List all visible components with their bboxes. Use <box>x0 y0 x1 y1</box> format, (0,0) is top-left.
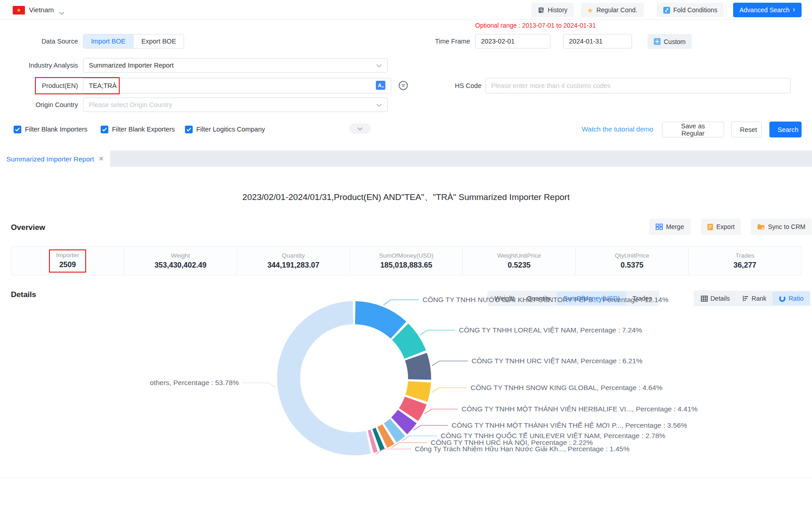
reset-button[interactable]: Reset <box>731 122 762 137</box>
chevron-down-icon <box>357 127 363 131</box>
search-button[interactable]: Search <box>769 122 802 137</box>
overview-stats-card: Importer 2509 Weight 353,430,402.49 Quan… <box>11 246 802 275</box>
donut-label: CÔNG TY TNHH SNOW KING GLOBAL, Percentag… <box>471 384 662 391</box>
report-title: 2023/02/01-2024/01/31,Product(EN) AND"TE… <box>0 191 812 203</box>
custom-range-button[interactable]: Custom <box>647 34 692 49</box>
close-icon[interactable]: ✕ <box>98 156 104 162</box>
donut-label: CÔNG TY TNHH NƯỚC GIẢI KHÁT SUNTORY PEPS… <box>423 296 668 303</box>
folder-sync-icon <box>757 224 765 230</box>
origin-country-select[interactable]: Please select Origin Country <box>83 98 388 112</box>
page: ★ Vietnam History ★ Regular Cond. Fold C… <box>0 0 812 527</box>
donut-label: Công Ty Trách Nhiệm Hữu Hạn Nước Giải Kh… <box>415 445 630 453</box>
label-leader-line <box>384 300 419 305</box>
checkbox-checked-icon[interactable] <box>101 126 108 133</box>
donut-label: others, Percentage : 53.78% <box>150 379 239 386</box>
donut-label: CÔNG TY TNHH MỘT THÀNH VIÊN THẾ HỆ MỚI P… <box>452 421 687 429</box>
ratio-chart-area: CÔNG TY TNHH NƯỚC GIẢI KHÁT SUNTORY PEPS… <box>0 280 812 477</box>
filter-blank-importers[interactable]: Filter Blank Importers <box>14 124 88 134</box>
product-en-field[interactable]: A <box>83 78 391 93</box>
time-frame-label: Time Frame <box>392 34 470 49</box>
tab-import-boe[interactable]: Import BOE <box>83 34 133 48</box>
date-start-field[interactable] <box>475 34 550 49</box>
donut-label: CÔNG TY TNHH LOREAL VIỆT NAM, Percentage… <box>459 326 642 334</box>
product-en-input[interactable] <box>89 82 376 89</box>
vietnam-flag-icon: ★ <box>13 6 25 15</box>
label-leader-line <box>432 388 467 393</box>
history-icon <box>538 7 545 14</box>
match-options-icon[interactable] <box>398 80 408 93</box>
origin-country-label: Origin Country <box>0 98 78 112</box>
advanced-search-button[interactable]: Advanced Search › <box>733 3 802 17</box>
section-divider <box>0 478 812 478</box>
export-button[interactable]: Export <box>701 219 741 235</box>
donut-label: CÔNG TY TNHH MỘT THÀNH VIÊN HERBALIFE VI… <box>462 405 698 413</box>
checkbox-checked-icon[interactable] <box>14 126 21 133</box>
stat-sumofmoney: SumOfMoney(USD) 185,018,883.65 <box>350 247 462 275</box>
svg-text:A: A <box>378 83 382 88</box>
chevron-down-icon[interactable] <box>59 9 64 17</box>
label-leader-line <box>424 409 458 414</box>
save-as-regular-button[interactable]: Save as Regular <box>662 122 724 137</box>
tutorial-demo-link[interactable]: Watch the tutorial demo <box>582 125 653 133</box>
merge-icon <box>656 224 663 230</box>
industry-analysis-select[interactable]: Summarized Importer Report <box>83 58 388 73</box>
merge-button[interactable]: Merge <box>649 219 690 235</box>
chevron-right-icon: › <box>793 6 795 13</box>
tab-summarized-importer-report[interactable]: Summarized Importer Report ✕ <box>0 151 110 167</box>
filter-logitics-company[interactable]: Filter Logitics Company <box>185 124 265 134</box>
topbar-divider <box>726 5 726 15</box>
date-end-field[interactable] <box>563 34 632 49</box>
fold-conditions-button[interactable]: Fold Conditions <box>657 3 724 17</box>
hs-code-input[interactable] <box>491 82 785 89</box>
sync-to-crm-button[interactable]: Sync to CRM <box>751 219 812 235</box>
data-source-label: Data Source <box>0 34 78 49</box>
star-icon: ★ <box>587 7 593 14</box>
label-leader-line <box>420 330 456 335</box>
tabstrip: Summarized Importer Report ✕ <box>0 151 812 167</box>
custom-icon <box>654 38 661 45</box>
topbar: ★ Vietnam History ★ Regular Cond. Fold C… <box>0 0 812 20</box>
importer-highlight-box: Importer 2509 <box>49 249 86 273</box>
stat-weight: Weight 353,430,402.49 <box>124 247 237 275</box>
overview-heading: Overview <box>11 223 45 232</box>
label-leader-line <box>243 383 276 388</box>
donut-label: CÔNG TY TNHH URC VIỆT NAM, Percentage : … <box>472 357 642 365</box>
stat-weightunitprice: WeightUnitPrice 0.5235 <box>462 247 575 275</box>
fold-icon <box>663 7 670 14</box>
donut-segment[interactable] <box>355 301 406 339</box>
regular-cond-button[interactable]: ★ Regular Cond. <box>581 3 644 17</box>
stat-trades: Trades 36,277 <box>688 247 801 275</box>
data-source-switch: Import BOE Export BOE <box>83 34 184 49</box>
industry-analysis-label: Industry Analysis <box>0 58 78 73</box>
country-selector[interactable]: Vietnam <box>29 0 54 20</box>
label-leader-line <box>432 361 468 366</box>
ratio-donut-chart: CÔNG TY TNHH NƯỚC GIẢI KHÁT SUNTORY PEPS… <box>0 280 812 477</box>
export-icon <box>707 224 713 230</box>
date-end-input[interactable] <box>569 38 654 45</box>
checkbox-checked-icon[interactable] <box>185 126 193 133</box>
label-leader-line <box>413 425 448 430</box>
stat-quantity: Quantity 344,191,283.07 <box>237 247 350 275</box>
history-button[interactable]: History <box>531 3 574 17</box>
chevron-down-icon <box>376 101 382 108</box>
product-en-label: Product(EN) <box>0 78 78 93</box>
chevron-down-icon <box>376 62 382 69</box>
date-start-input[interactable] <box>481 38 566 45</box>
filter-blank-exporters[interactable]: Filter Blank Exporters <box>101 124 175 134</box>
translate-icon[interactable]: A <box>376 81 385 91</box>
collapse-toggle-button[interactable] <box>349 123 371 134</box>
stat-importer: Importer 2509 <box>11 247 124 275</box>
hs-code-field[interactable] <box>485 78 791 93</box>
stat-qtyunitprice: QtyUnitPrice 0.5375 <box>575 247 688 275</box>
optional-range-text: Optional range : 2013-07-01 to 2024-01-3… <box>475 22 596 29</box>
tab-export-boe[interactable]: Export BOE <box>133 34 184 48</box>
hs-code-label: HS Code <box>422 78 481 93</box>
